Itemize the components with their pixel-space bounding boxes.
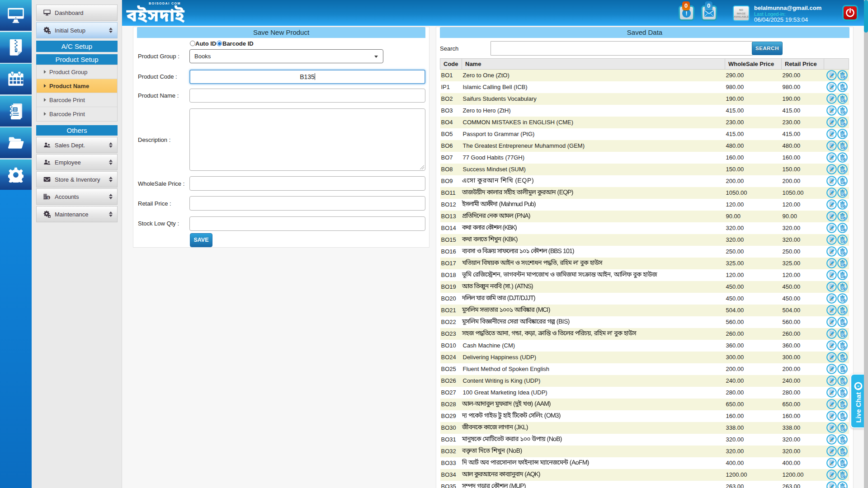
svg-text:$: $ [47,196,50,200]
